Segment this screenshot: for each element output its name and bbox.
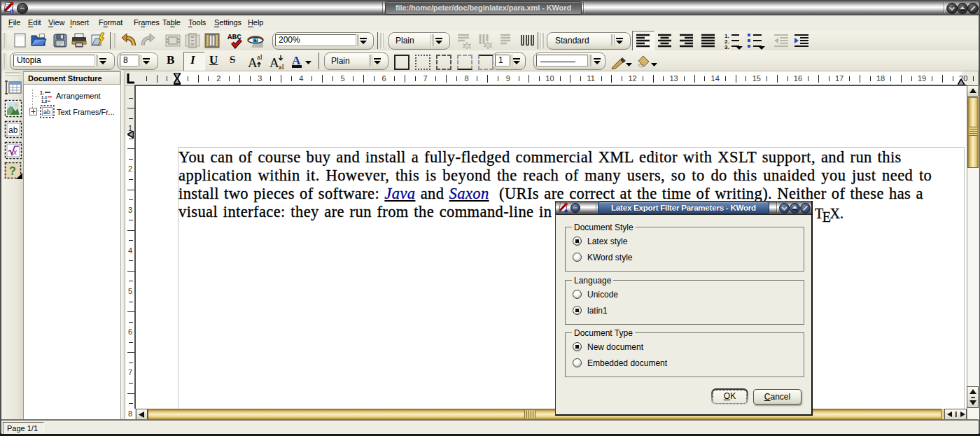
svg-text:3.: 3. <box>724 44 729 50</box>
svg-text:?: ? <box>9 165 16 177</box>
svg-text:A: A <box>270 55 279 70</box>
svg-text:aI: aI <box>257 53 262 61</box>
svg-text:x: x <box>13 148 18 156</box>
svg-text:ab: ab <box>43 108 50 115</box>
svg-text:A: A <box>248 55 258 70</box>
svg-text:1.2: 1.2 <box>41 99 48 104</box>
svg-text:ab: ab <box>8 125 18 135</box>
svg-text:1.: 1. <box>40 90 44 95</box>
svg-text:aI: aI <box>279 63 284 70</box>
